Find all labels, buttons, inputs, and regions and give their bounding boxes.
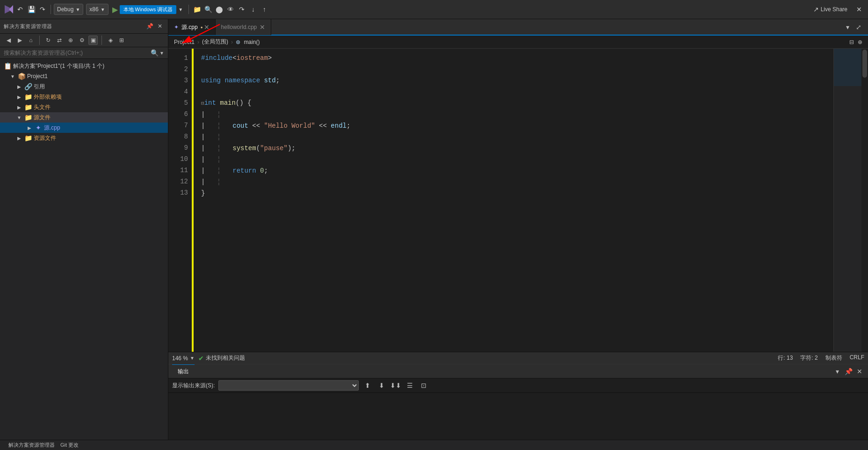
search-icon[interactable]: 🔍 [203, 4, 213, 15]
output-source-select[interactable] [218, 380, 359, 391]
ext-dep-item[interactable]: ▶ 📁 外部依赖项 [0, 92, 168, 102]
breadcrumb-project[interactable]: Project1 [174, 39, 195, 45]
play-icon: ▶ [112, 5, 118, 14]
step-out-icon[interactable]: ↑ [259, 4, 269, 15]
ref-item[interactable]: ▶ 🔗 引用 [0, 81, 168, 92]
tb-sep2 [101, 36, 102, 45]
refresh-btn[interactable]: ↻ [43, 36, 53, 45]
debug-config-combo[interactable]: Debug ▼ [54, 4, 83, 15]
ext-dep-icon: 📁 [24, 93, 32, 101]
output-btn-3[interactable]: ⬇⬇ [391, 380, 401, 391]
footer-solution-explorer[interactable]: 解决方案资源管理器 [6, 442, 58, 449]
output-tab[interactable]: 输出 [172, 364, 195, 378]
vs-logo-icon[interactable] [4, 4, 14, 15]
output-pin-btn[interactable]: 📌 [844, 367, 853, 376]
filter-btn[interactable]: ⊕ [66, 36, 75, 45]
search-box[interactable]: 🔍 ▼ [0, 47, 168, 59]
expand-btn[interactable]: ⊞ [117, 36, 126, 45]
code-content[interactable]: #include<iostream> using namespace std; … [194, 49, 861, 352]
zoom-arrow: ▼ [190, 356, 195, 361]
src-folder-item[interactable]: ▼ 📁 源文件 [0, 112, 168, 123]
sidebar-close-button[interactable]: ✕ [156, 22, 164, 30]
project-item[interactable]: ▼ 📦 Project1 [0, 71, 168, 81]
breadcrumb-sep1: › [197, 39, 199, 45]
debug-config-label: Debug [57, 6, 73, 13]
pin-button[interactable]: 📌 [145, 22, 154, 30]
sync-btn[interactable]: ⇄ [55, 36, 64, 45]
status-text: 未找到相关问题 [206, 354, 245, 362]
output-panel-controls: ▾ 📌 ✕ [832, 367, 864, 376]
project-label: Project1 [27, 73, 48, 80]
output-btn-2[interactable]: ⬇ [376, 380, 387, 391]
sidebar-title: 解决方案资源管理器 [4, 23, 52, 30]
code-editor[interactable]: 1 2 3 4 5 6 7 8 9 10 11 12 13 #include<i… [168, 49, 868, 352]
settings-btn[interactable]: ⚙ [77, 36, 87, 45]
cpp-file-icon: ✦ [35, 124, 42, 131]
tab-helloworld[interactable]: helloworld.cpp ✕ [216, 19, 272, 35]
footer-bar: 解决方案资源管理器 Git 更改 [0, 440, 868, 450]
platform-combo[interactable]: x86 ▼ [86, 4, 108, 15]
live-share-button[interactable]: ↗ Live Share [810, 5, 850, 14]
func-icon: ⊛ [236, 39, 240, 45]
undo-icon[interactable]: ↶ [15, 4, 25, 15]
solution-icon: 📋 [4, 62, 11, 70]
close-icon[interactable]: ✕ [854, 4, 864, 15]
tab1-close-button[interactable]: ✕ [204, 24, 210, 30]
output-btn-1[interactable]: ⬆ [362, 380, 373, 391]
scrollbar-thumb[interactable] [862, 50, 867, 78]
platform-label: x86 [89, 6, 98, 13]
watch-icon[interactable]: 👁 [225, 4, 236, 15]
step-in-icon[interactable]: ↓ [248, 4, 258, 15]
src-folder-label: 源文件 [34, 114, 51, 122]
tab-dropdown-button[interactable]: ▾ [842, 22, 853, 33]
tab-expand-button[interactable]: ⤢ [853, 22, 864, 33]
header-item[interactable]: ▶ 📁 头文件 [0, 102, 168, 112]
save-icon[interactable]: 💾 [26, 4, 36, 15]
platform-arrow: ▼ [101, 7, 105, 12]
ext-dep-arrow: ▶ [16, 94, 22, 100]
zoom-control[interactable]: 146 % ▼ [172, 355, 195, 362]
output-btn-5[interactable]: ⊡ [419, 380, 429, 391]
breadcrumb-sep2: › [231, 39, 233, 45]
search-dropdown-icon[interactable]: ▼ [159, 51, 164, 56]
debug-run-label[interactable]: 本地 Windows 调试器 [120, 5, 177, 14]
tab-src-cpp[interactable]: ✦ 源.cpp ● ✕ [168, 19, 216, 35]
output-collapse-btn[interactable]: ▾ [832, 367, 842, 376]
redo-icon[interactable]: ↷ [37, 4, 48, 15]
header-arrow: ▶ [16, 105, 22, 110]
run-dropdown-arrow[interactable]: ▼ [178, 7, 183, 12]
vertical-scrollbar[interactable] [861, 49, 868, 352]
status-right: 行: 13 字符: 2 制表符 CRLF [778, 354, 864, 362]
back-btn[interactable]: ◀ [4, 36, 13, 45]
debug-config-arrow: ▼ [75, 7, 80, 12]
breadcrumb-func[interactable]: ⊛ main() [236, 39, 260, 45]
output-close-btn[interactable]: ✕ [855, 367, 864, 376]
output-btn-4[interactable]: ☰ [405, 380, 415, 391]
tb-sep1 [39, 36, 40, 45]
src-cpp-label: 源.cpp [44, 124, 60, 132]
src-folder-icon: 📁 [24, 114, 32, 121]
layout-btn[interactable]: ▣ [88, 36, 98, 45]
ref-icon: 🔗 [24, 83, 32, 90]
solution-root-item[interactable]: 📋 解决方案"Project1"(1 个项目/共 1 个) [0, 61, 168, 71]
resource-item[interactable]: ▶ 📁 资源文件 [0, 133, 168, 143]
footer-git[interactable]: Git 更改 [58, 442, 81, 449]
forward-btn[interactable]: ▶ [15, 36, 24, 45]
search-submit-icon[interactable]: 🔍 [151, 49, 159, 57]
preview-btn[interactable]: ◈ [106, 36, 115, 45]
open-file-icon[interactable]: 📁 [192, 4, 202, 15]
src-cpp-item[interactable]: ▶ ✦ 源.cpp [0, 123, 168, 133]
run-button[interactable]: ▶ 本地 Windows 调试器 ▼ [109, 4, 186, 15]
menu-bar-left: ↶ 💾 ↷ Debug ▼ x86 ▼ ▶ 本地 Windows 调试器 ▼ 📁… [4, 4, 809, 15]
live-share-icon: ↗ [813, 6, 819, 13]
tab2-close-button[interactable]: ✕ [260, 24, 265, 30]
breadcrumb-scope[interactable]: (全局范围) [202, 38, 228, 46]
home-btn[interactable]: ⌂ [26, 36, 36, 45]
ref-arrow: ▶ [16, 84, 22, 89]
step-over-icon[interactable]: ↷ [237, 4, 247, 15]
breadcrumb-expand-btn[interactable]: ⊕ [858, 39, 862, 45]
breakpoint-icon[interactable]: ⬤ [214, 4, 224, 15]
search-input[interactable] [4, 50, 151, 56]
breadcrumb-right: ⊟ ⊕ [849, 39, 862, 45]
breadcrumb-collapse-btn[interactable]: ⊟ [849, 39, 854, 45]
